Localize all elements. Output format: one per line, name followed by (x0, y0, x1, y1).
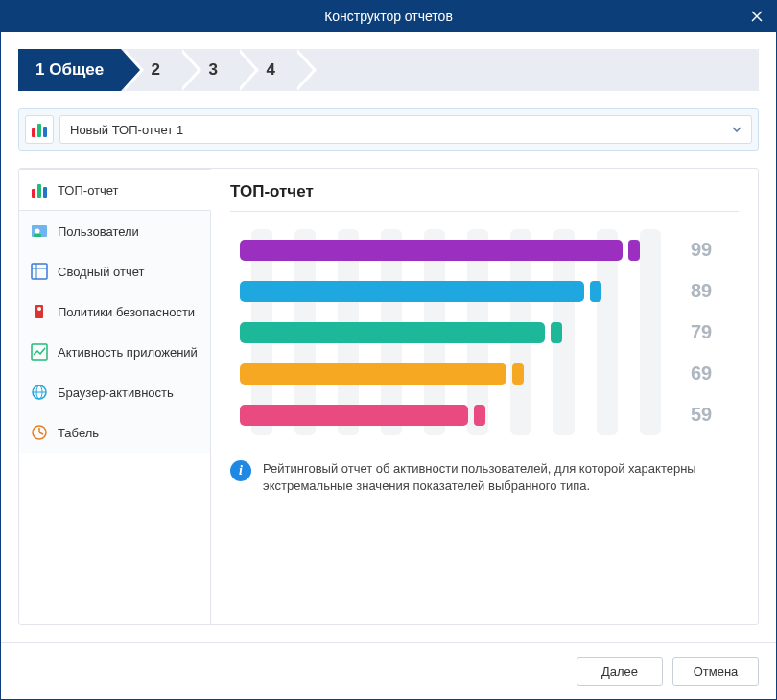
sidebar-item-timesheet[interactable]: Табель (19, 412, 210, 453)
users-icon (31, 222, 48, 240)
chart-bar-value: 89 (691, 280, 729, 302)
chart-bar-cap (551, 322, 562, 343)
info-icon: i (230, 460, 251, 481)
chart-bar (240, 240, 623, 261)
window-title: Конструктор отчетов (324, 9, 453, 24)
sidebar-item-app-activity[interactable]: Активность приложений (19, 332, 210, 372)
svg-rect-10 (34, 234, 41, 237)
svg-rect-2 (32, 128, 35, 137)
report-name-select[interactable]: Новый ТОП-отчет 1 (59, 115, 752, 144)
detail-title: ТОП-отчет (230, 182, 739, 212)
sidebar-item-users[interactable]: Пользователи (19, 211, 210, 251)
sidebar-item-security[interactable]: Политики безопасности (19, 292, 210, 332)
security-icon (31, 303, 48, 320)
chart-bar-row: 99 (240, 239, 729, 261)
description-row: i Рейтинговый отчет об активности пользо… (230, 460, 739, 495)
chart-bar-row: 79 (240, 321, 729, 343)
cancel-button[interactable]: Отмена (672, 657, 759, 686)
chart-bar-value: 79 (691, 321, 729, 343)
main-panel: ТОП-отчетПользователиСводный отчетПолити… (18, 168, 759, 625)
timesheet-icon (31, 424, 48, 441)
svg-rect-7 (43, 187, 47, 198)
chart-bar (240, 322, 545, 343)
step-1-label: 1 Общее (35, 60, 104, 80)
chart-bar-cap (474, 405, 485, 426)
svg-point-9 (35, 229, 40, 234)
step-bar: 1 Общее 2 3 4 (18, 49, 759, 91)
sidebar: ТОП-отчетПользователиСводный отчетПолити… (19, 169, 211, 624)
chart-bar-value: 69 (691, 362, 729, 385)
sidebar-item-summary[interactable]: Сводный отчет (19, 251, 210, 292)
svg-rect-6 (37, 184, 41, 198)
sidebar-item-label: ТОП-отчет (58, 183, 119, 198)
chart-bar-cap (512, 363, 524, 385)
top-report-icon (31, 181, 48, 198)
report-selector-row: Новый ТОП-отчет 1 (18, 108, 759, 151)
chart-bar (240, 281, 584, 302)
content: 1 Общее 2 3 4 (1, 32, 776, 642)
sidebar-item-label: Политики безопасности (58, 305, 195, 319)
svg-rect-11 (32, 264, 47, 279)
svg-rect-3 (37, 124, 41, 137)
app-activity-icon (31, 343, 48, 361)
bar-chart-icon (31, 121, 48, 138)
chart-bar-cap (628, 240, 640, 261)
step-1[interactable]: 1 Общее (18, 49, 121, 91)
sidebar-item-label: Табель (58, 426, 99, 440)
next-button[interactable]: Далее (577, 657, 663, 686)
chart-bar (240, 405, 468, 426)
step-rest (294, 49, 759, 91)
report-name-value: Новый ТОП-отчет 1 (70, 123, 183, 137)
svg-point-15 (37, 307, 41, 311)
detail-panel: ТОП-отчет 9989796959 i Рейтинговый отчет… (211, 169, 758, 624)
preview-chart: 9989796959 (230, 222, 739, 443)
step-3-num: 3 (208, 60, 217, 80)
svg-rect-4 (43, 127, 47, 137)
titlebar: Конструктор отчетов (1, 1, 776, 32)
chevron-down-icon (732, 127, 742, 132)
description-text: Рейтинговый отчет об активности пользова… (263, 460, 739, 495)
chart-bar-cap (590, 281, 601, 302)
chart-bar (240, 363, 506, 385)
sidebar-item-label: Пользователи (58, 224, 139, 239)
sidebar-item-label: Браузер-активность (58, 385, 174, 400)
window: Конструктор отчетов 1 Общее 2 3 4 (0, 0, 777, 700)
report-type-icon-box (25, 115, 54, 144)
browser-activity-icon (31, 384, 48, 401)
close-button[interactable] (738, 1, 776, 32)
sidebar-item-label: Активность приложений (58, 345, 198, 360)
chart-bar-row: 89 (240, 280, 729, 302)
footer: Далее Отмена (1, 642, 776, 699)
sidebar-item-top-report[interactable]: ТОП-отчет (19, 169, 211, 211)
summary-icon (31, 263, 48, 280)
chart-bar-row: 69 (240, 362, 729, 385)
step-4-num: 4 (266, 60, 274, 80)
chart-bar-row: 59 (240, 404, 729, 426)
sidebar-item-browser-activity[interactable]: Браузер-активность (19, 372, 210, 412)
close-icon (751, 11, 763, 22)
step-2-num: 2 (151, 60, 159, 80)
chart-bar-value: 99 (691, 239, 729, 261)
sidebar-item-label: Сводный отчет (58, 265, 145, 279)
chart-bar-value: 59 (691, 404, 729, 426)
svg-line-22 (39, 432, 43, 434)
svg-rect-5 (32, 189, 35, 198)
